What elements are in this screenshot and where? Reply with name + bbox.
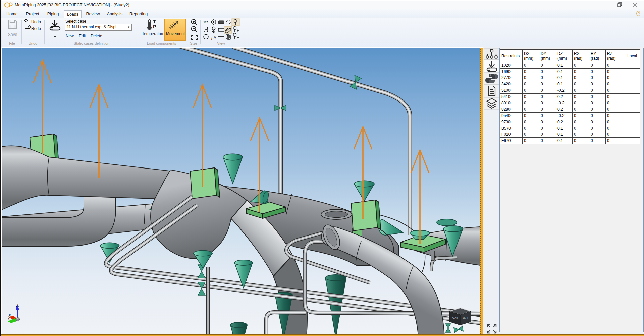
svg-text:Y: Y — [8, 317, 10, 321]
svg-text:A: A — [214, 35, 216, 39]
svg-text:f: f — [211, 35, 213, 40]
svg-text:P: P — [153, 24, 156, 29]
svg-text:LEFT: LEFT — [463, 317, 468, 319]
svg-text:BACK: BACK — [452, 317, 458, 319]
svg-text:123: 123 — [203, 21, 208, 24]
svg-text:T: T — [153, 19, 156, 24]
